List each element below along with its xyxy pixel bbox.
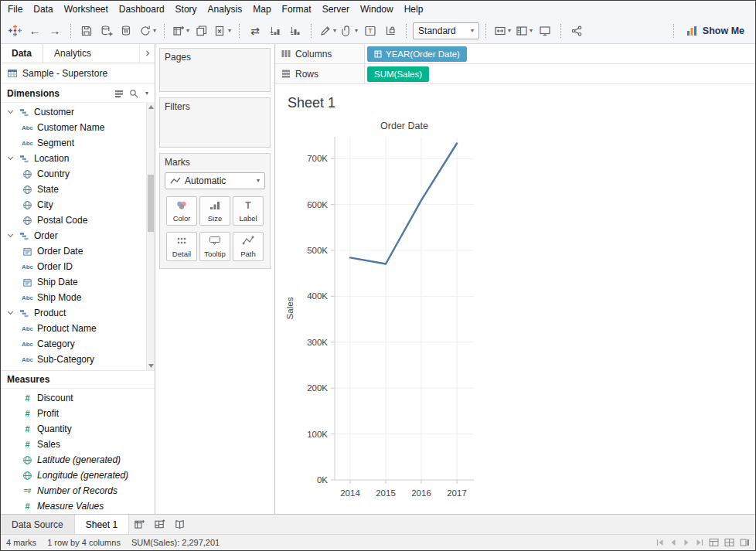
- scrollbar-thumb[interactable]: [148, 175, 154, 232]
- datasource-item[interactable]: Sample - Superstore: [1, 63, 155, 84]
- sales-by-year-line-chart[interactable]: 20142015201620170K100K200K300K400K500K60…: [275, 84, 754, 514]
- rows-shelf[interactable]: SUM(Sales): [365, 64, 755, 83]
- new-worksheet-button[interactable]: ▾: [171, 21, 191, 41]
- show-mark-labels-button[interactable]: T: [361, 21, 380, 41]
- detail-button[interactable]: Detail: [166, 232, 197, 261]
- field-ship-date[interactable]: Ship Date: [1, 274, 155, 290]
- field-category[interactable]: AbcCategory: [1, 336, 155, 352]
- menu-window[interactable]: Window: [355, 1, 399, 18]
- pane-menu-button[interactable]: [139, 44, 155, 63]
- field-sales[interactable]: #Sales: [1, 437, 155, 452]
- new-dashboard-tab-button[interactable]: [149, 515, 169, 534]
- field-latitude-generated[interactable]: Latitude (generated): [1, 452, 155, 468]
- collapse-chevron-icon[interactable]: [8, 108, 13, 114]
- menu-file[interactable]: File: [2, 1, 28, 18]
- field-location[interactable]: Location: [1, 151, 155, 166]
- field-order-id[interactable]: AbcOrder ID: [1, 259, 155, 274]
- run-update-button[interactable]: ▾: [138, 21, 158, 41]
- pill-year-order-date[interactable]: YEAR(Order Date): [367, 46, 467, 62]
- view-list-icon[interactable]: [114, 89, 124, 98]
- tooltip-button[interactable]: Tooltip: [199, 232, 230, 261]
- share-button[interactable]: [567, 21, 586, 41]
- dimensions-menu-icon[interactable]: ▾: [145, 90, 148, 97]
- collapse-chevron-icon[interactable]: [8, 309, 13, 315]
- tab-data-source[interactable]: Data Source: [1, 515, 75, 534]
- undo-button[interactable]: ←: [26, 21, 44, 41]
- redo-button[interactable]: →: [46, 21, 64, 41]
- new-story-tab-button[interactable]: [169, 515, 189, 534]
- field-order[interactable]: Order: [1, 228, 155, 243]
- collapse-chevron-icon[interactable]: [8, 155, 13, 160]
- sort-ascending-button[interactable]: [266, 21, 284, 41]
- pill-sum-sales[interactable]: SUM(Sales): [367, 66, 429, 82]
- scroll-up-button[interactable]: [147, 103, 155, 111]
- previous-sheet-button[interactable]: [669, 539, 677, 546]
- show-sheet-sorter-icon[interactable]: [724, 538, 734, 547]
- highlight-button[interactable]: ▾: [318, 21, 338, 41]
- color-button[interactable]: Color: [166, 196, 197, 226]
- fit-view-select[interactable]: Standard ▾: [413, 22, 479, 39]
- show-tabs-view-icon[interactable]: [709, 538, 719, 547]
- field-customer[interactable]: Customer: [1, 104, 155, 120]
- fit-width-button[interactable]: ▾: [492, 21, 513, 41]
- field-country[interactable]: Country: [1, 166, 155, 182]
- presentation-mode-button[interactable]: [536, 21, 554, 41]
- show-me-button[interactable]: Show Me: [680, 21, 751, 41]
- filters-shelf[interactable]: Filters: [159, 97, 271, 148]
- field-state[interactable]: State: [1, 182, 155, 197]
- field-product-name[interactable]: AbcProduct Name: [1, 321, 155, 336]
- tab-analytics[interactable]: Analytics: [43, 44, 139, 63]
- new-worksheet-tab-button[interactable]: [129, 515, 149, 534]
- new-datasource-button[interactable]: [97, 21, 116, 41]
- field-order-date[interactable]: Order Date: [1, 243, 155, 259]
- field-product[interactable]: Product: [1, 305, 155, 321]
- collapse-chevron-icon[interactable]: [8, 232, 13, 237]
- last-sheet-button[interactable]: [696, 539, 703, 546]
- scrollbar[interactable]: [146, 103, 155, 370]
- swap-rows-columns-button[interactable]: ⇄: [246, 21, 264, 41]
- field-longitude-generated[interactable]: Longitude (generated): [1, 468, 155, 483]
- scroll-down-button[interactable]: [147, 362, 155, 370]
- group-members-button[interactable]: ▾: [339, 21, 359, 41]
- first-sheet-button[interactable]: [656, 539, 664, 546]
- pages-shelf[interactable]: Pages: [159, 48, 271, 92]
- field-segment[interactable]: AbcSegment: [1, 135, 155, 151]
- scrollbar-track[interactable]: [147, 111, 155, 362]
- menu-story[interactable]: Story: [170, 1, 203, 18]
- menu-format[interactable]: Format: [277, 1, 317, 18]
- tab-data[interactable]: Data: [1, 44, 43, 63]
- field-ship-mode[interactable]: AbcShip Mode: [1, 290, 155, 305]
- field-discount[interactable]: #Discount: [1, 390, 155, 406]
- menu-worksheet[interactable]: Worksheet: [59, 1, 114, 18]
- show-hide-cards-button[interactable]: ▾: [514, 21, 534, 41]
- menu-analysis[interactable]: Analysis: [203, 1, 248, 18]
- pause-auto-updates-button[interactable]: [117, 21, 136, 41]
- field-quantity[interactable]: #Quantity: [1, 421, 155, 437]
- find-field-icon[interactable]: [129, 89, 138, 98]
- path-button[interactable]: Path: [233, 232, 264, 261]
- field-postal-code[interactable]: Postal Code: [1, 213, 155, 228]
- mark-type-dropdown[interactable]: Automatic ▾: [165, 172, 265, 189]
- size-button[interactable]: Size: [199, 196, 230, 226]
- fix-axes-button[interactable]: [381, 21, 400, 41]
- field-profit[interactable]: #Profit: [1, 406, 155, 421]
- save-button[interactable]: [77, 21, 96, 41]
- tab-sheet-1[interactable]: Sheet 1: [75, 515, 129, 534]
- menu-dashboard[interactable]: Dashboard: [114, 1, 170, 18]
- field-measure-values[interactable]: #Measure Values: [1, 498, 155, 514]
- columns-shelf[interactable]: YEAR(Order Date): [365, 44, 755, 63]
- sort-descending-button[interactable]: [286, 21, 305, 41]
- field-city[interactable]: City: [1, 197, 155, 213]
- menu-help[interactable]: Help: [399, 1, 429, 18]
- field-customer-name[interactable]: AbcCustomer Name: [1, 120, 155, 135]
- field-sub-category[interactable]: AbcSub-Category: [1, 352, 155, 367]
- duplicate-sheet-button[interactable]: [192, 21, 211, 41]
- menu-data[interactable]: Data: [28, 1, 58, 18]
- field-number-of-records[interactable]: =#Number of Records: [1, 483, 155, 498]
- show-filmstrip-icon[interactable]: [740, 538, 750, 547]
- label-button[interactable]: TLabel: [233, 196, 264, 226]
- next-sheet-button[interactable]: [683, 539, 690, 546]
- menu-server[interactable]: Server: [317, 1, 355, 18]
- menu-map[interactable]: Map: [247, 1, 276, 18]
- clear-sheet-button[interactable]: ▾: [213, 21, 233, 41]
